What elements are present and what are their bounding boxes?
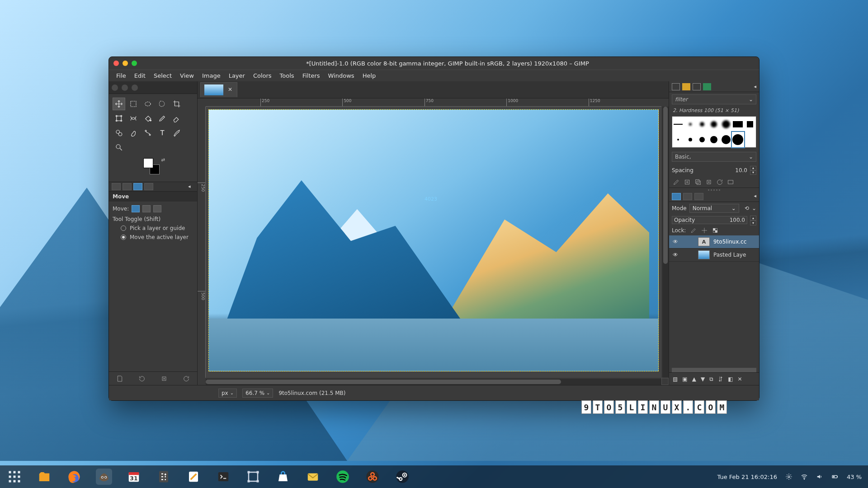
mode-reset-icon[interactable]: ⟲	[745, 205, 749, 211]
save-preset-icon[interactable]	[116, 375, 123, 382]
wifi-tray-icon[interactable]	[801, 473, 808, 480]
move-mode-selection[interactable]	[142, 205, 151, 212]
brush-spacing[interactable]: Spacing 10.0 ▴▾	[672, 166, 756, 175]
delete-brush-icon[interactable]	[705, 178, 712, 186]
duplicate-layer-icon[interactable]: ⧉	[709, 376, 713, 382]
radio-pick-layer[interactable]: Pick a layer or guide	[121, 225, 193, 231]
move-mode-path[interactable]	[153, 205, 161, 212]
panel-drag-handle[interactable]	[669, 188, 759, 192]
menu-tools[interactable]: Tools	[277, 71, 297, 80]
window-close-button[interactable]	[113, 61, 119, 66]
clock[interactable]: Tue Feb 21 16:02:16	[717, 474, 777, 480]
scrollbar-vertical[interactable]	[662, 107, 669, 378]
text-editor-icon[interactable]	[185, 469, 202, 485]
ruler-vertical[interactable]: 250 500	[198, 107, 206, 378]
terminal-icon[interactable]	[215, 469, 231, 485]
firefox-icon[interactable]	[66, 469, 82, 485]
file-manager-icon[interactable]	[36, 469, 52, 485]
tool-zoom[interactable]	[113, 141, 125, 154]
brush-preset-combo[interactable]: Basic,⌄	[672, 152, 756, 162]
layer-dock-tabs[interactable]: ◂	[669, 192, 759, 202]
tool-ellipse-select[interactable]	[142, 98, 154, 110]
menu-help[interactable]: Help	[360, 71, 379, 80]
delete-preset-icon[interactable]	[160, 375, 168, 382]
tab-tool-options[interactable]	[112, 183, 121, 190]
tab-device-status[interactable]	[123, 183, 132, 190]
tab-images[interactable]	[144, 183, 153, 190]
tab-paths[interactable]	[694, 193, 703, 200]
obs-icon[interactable]	[364, 469, 381, 485]
navigation-preview-button[interactable]	[661, 378, 669, 385]
image-tab[interactable]: ✕	[200, 82, 237, 97]
tool-move[interactable]	[113, 98, 125, 110]
swap-colors-icon[interactable]: ⇄	[161, 157, 165, 162]
tab-channels[interactable]	[683, 193, 692, 200]
virt-manager-icon[interactable]	[245, 469, 261, 485]
tool-paths[interactable]	[142, 127, 154, 139]
tab-menu-icon[interactable]: ◂	[754, 193, 756, 200]
steam-icon[interactable]	[394, 469, 410, 485]
reset-icon[interactable]	[183, 375, 190, 382]
tab-undo-history[interactable]	[133, 183, 142, 190]
layer-name[interactable]: Pasted Laye	[713, 252, 746, 258]
duplicate-brush-icon[interactable]	[694, 178, 702, 186]
visibility-toggle[interactable]: 👁	[672, 239, 679, 245]
ruler-horizontal[interactable]: 250 500 750 1000 1250	[206, 99, 661, 107]
menu-colors[interactable]: Colors	[250, 71, 274, 80]
tool-crop[interactable]	[170, 98, 183, 110]
dockable-tabs-top[interactable]: ◂	[669, 81, 759, 92]
close-tab-icon[interactable]: ✕	[227, 87, 233, 93]
ruler-origin[interactable]	[198, 99, 206, 107]
visibility-toggle[interactable]: 👁	[672, 252, 679, 258]
lock-alpha-icon[interactable]	[712, 227, 718, 234]
opacity-slider[interactable]: Opacity 100.0	[672, 216, 747, 224]
floating-text-layer[interactable]: 4023	[425, 196, 437, 202]
tool-rect-select[interactable]	[127, 98, 140, 110]
mask-icon[interactable]: ◧	[728, 376, 733, 382]
tab-fonts[interactable]	[693, 83, 701, 90]
radio-move-active[interactable]: Move the active layer	[121, 234, 193, 240]
taskbar[interactable]: 31 Tue Feb 21 16:02:16	[0, 465, 868, 488]
merge-down-icon[interactable]: ⮃	[718, 376, 723, 382]
scrollbar-horizontal[interactable]	[206, 379, 661, 385]
fg-color-swatch[interactable]	[143, 158, 153, 168]
tool-bucket-fill[interactable]	[142, 112, 154, 125]
restore-icon[interactable]	[138, 375, 146, 382]
image-tabs[interactable]: ✕	[198, 81, 669, 99]
tab-brushes[interactable]	[672, 83, 680, 90]
move-mode-layer[interactable]	[132, 205, 140, 212]
layers-list[interactable]: 👁 9to5linux.cc 👁 Pasted Laye	[669, 235, 759, 368]
tool-pencil[interactable]	[156, 112, 169, 125]
menubar[interactable]: File Edit Select View Image Layer Colors…	[109, 70, 759, 81]
calendar-icon[interactable]: 31	[126, 469, 142, 485]
calculator-icon[interactable]	[156, 469, 172, 485]
new-layer-icon[interactable]: ▧	[673, 376, 678, 382]
layer-row[interactable]: 👁 9to5linux.cc	[669, 235, 759, 249]
brush-selected[interactable]	[732, 132, 744, 147]
brush-grid[interactable]	[672, 116, 756, 148]
system-tray[interactable]: Tue Feb 21 16:02:16 43 %	[717, 473, 862, 480]
mode-menu-icon[interactable]: ⌄	[752, 205, 756, 211]
lower-layer-icon[interactable]: ▼	[701, 376, 705, 382]
tab-menu-icon[interactable]: ◂	[188, 183, 194, 190]
volume-tray-icon[interactable]	[816, 473, 823, 480]
gimp-icon[interactable]	[96, 469, 112, 485]
edit-brush-icon[interactable]	[673, 178, 680, 186]
layer-group-icon[interactable]: ▣	[682, 376, 687, 382]
menu-windows[interactable]: Windows	[326, 71, 357, 80]
delete-layer-icon[interactable]: ✕	[738, 376, 742, 382]
new-brush-icon[interactable]	[684, 178, 691, 186]
tool-free-select[interactable]	[156, 98, 169, 110]
menu-image[interactable]: Image	[199, 71, 223, 80]
tool-smudge[interactable]	[127, 127, 140, 139]
lock-pixels-icon[interactable]	[690, 227, 697, 234]
tab-menu-icon[interactable]: ◂	[754, 84, 756, 89]
tool-options-tabs[interactable]: ◂	[109, 182, 197, 192]
menu-view[interactable]: View	[177, 71, 197, 80]
zoom-select[interactable]: 66.7 %⌄	[242, 389, 273, 398]
brush-filter-combo[interactable]: filter⌄	[672, 94, 756, 104]
menu-edit[interactable]: Edit	[132, 71, 148, 80]
menu-filters[interactable]: Filters	[300, 71, 323, 80]
unit-select[interactable]: px⌄	[218, 389, 237, 398]
window-maximize-button[interactable]	[132, 61, 137, 66]
